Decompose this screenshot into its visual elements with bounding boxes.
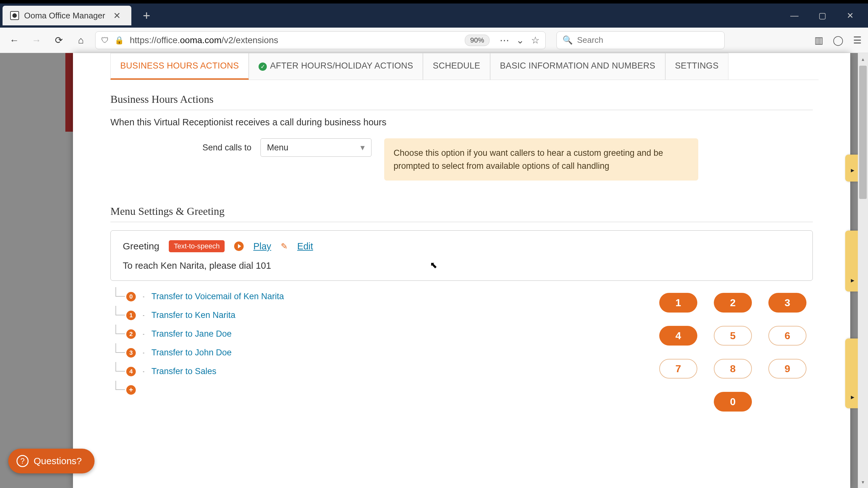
- key-badge: 0: [126, 292, 136, 301]
- send-calls-select[interactable]: Menu ▾: [260, 138, 372, 157]
- tree-label[interactable]: Transfer to Jane Doe: [151, 329, 231, 339]
- edit-link[interactable]: Edit: [297, 241, 313, 252]
- reload-button[interactable]: ⟳: [51, 32, 67, 48]
- chevron-left-icon: ◂: [848, 240, 857, 285]
- chevron-down-icon: ▾: [361, 143, 365, 153]
- play-icon[interactable]: [234, 241, 244, 251]
- tree-row[interactable]: 2 - Transfer to Jane Doe: [126, 325, 640, 343]
- greeting-card: Greeting Text-to-speech Play ✎ Edit To r…: [111, 231, 813, 281]
- pencil-icon[interactable]: ✎: [281, 241, 288, 251]
- key-badge: 3: [126, 348, 136, 358]
- tab-title: Ooma Office Manager: [24, 11, 105, 21]
- keypad-5[interactable]: 5: [714, 326, 752, 345]
- url-text: https://office.ooma.com/v2/extensions: [130, 35, 278, 45]
- tree-label[interactable]: Transfer to John Doe: [151, 348, 231, 358]
- forward-button: →: [29, 32, 44, 48]
- pocket-icon[interactable]: ⌄: [516, 35, 524, 46]
- add-menu-item-button[interactable]: +: [126, 385, 136, 395]
- play-link[interactable]: Play: [253, 241, 271, 252]
- vertical-scrollbar[interactable]: ▴ ▾: [858, 53, 868, 488]
- key-badge: 2: [126, 329, 136, 339]
- tree-row[interactable]: 1 - Transfer to Ken Narita: [126, 306, 640, 325]
- tree-row[interactable]: 0 - Transfer to Voicemail of Ken Narita: [126, 287, 640, 306]
- keypad: 1 2 3 4 5 6 7 8 9 0: [659, 287, 806, 411]
- questions-button[interactable]: ? Questions?: [8, 449, 95, 474]
- zoom-badge[interactable]: 90%: [465, 35, 490, 46]
- close-tab-icon[interactable]: ✕: [110, 8, 124, 23]
- keypad-6[interactable]: 6: [768, 326, 806, 345]
- keypad-0[interactable]: 0: [714, 392, 752, 411]
- greeting-label: Greeting: [123, 241, 159, 252]
- scroll-down-icon[interactable]: ▾: [858, 477, 868, 487]
- keypad-1[interactable]: 1: [659, 293, 697, 312]
- send-calls-value: Menu: [267, 143, 289, 153]
- browser-tab[interactable]: Ooma Office Manager ✕: [3, 6, 131, 25]
- tab-after-hours[interactable]: ✓AFTER HOURS/HOLIDAY ACTIONS: [249, 53, 423, 80]
- tree-row[interactable]: 3 - Transfer to John Doe: [126, 343, 640, 362]
- browser-nav-bar: ← → ⟳ ⌂ 🛡 🔒 https://office.ooma.com/v2/e…: [0, 28, 868, 53]
- tree-label[interactable]: Transfer to Ken Narita: [151, 310, 236, 320]
- tree-row[interactable]: 4 - Transfer to Sales: [126, 362, 640, 381]
- check-icon: ✓: [258, 62, 267, 71]
- chevron-left-icon: ◂: [848, 348, 857, 402]
- tab-business-hours[interactable]: BUSINESS HOURS ACTIONS: [111, 53, 249, 80]
- window-minimize-icon[interactable]: —: [787, 8, 802, 23]
- search-bar[interactable]: 🔍: [556, 31, 724, 49]
- send-calls-label: Send calls to: [203, 143, 252, 153]
- chevron-left-icon: ◂: [848, 164, 857, 175]
- address-bar[interactable]: 🛡 🔒 https://office.ooma.com/v2/extension…: [95, 31, 546, 49]
- keypad-2[interactable]: 2: [714, 293, 752, 312]
- search-icon: 🔍: [562, 35, 572, 45]
- section-subtitle: When this Virtual Receptionist receives …: [111, 110, 813, 130]
- key-badge: 4: [126, 367, 136, 376]
- keypad-8[interactable]: 8: [714, 359, 752, 378]
- search-input[interactable]: [577, 35, 719, 45]
- shield-icon[interactable]: 🛡: [101, 36, 109, 45]
- new-tab-button[interactable]: +: [138, 6, 155, 25]
- virtual-receptionist-tabs: BUSINESS HOURS ACTIONS ✓AFTER HOURS/HOLI…: [111, 53, 818, 80]
- keypad-3[interactable]: 3: [768, 293, 806, 312]
- library-icon[interactable]: ▥: [814, 35, 823, 46]
- section-title: Business Hours Actions: [111, 88, 813, 110]
- bookmark-icon[interactable]: ☆: [531, 35, 540, 46]
- browser-tab-bar: Ooma Office Manager ✕ + — ▢ ✕: [0, 3, 868, 28]
- tree-label[interactable]: Transfer to Sales: [151, 366, 216, 376]
- window-maximize-icon[interactable]: ▢: [815, 8, 830, 23]
- tab-favicon-icon: [10, 11, 19, 20]
- back-button[interactable]: ←: [6, 32, 22, 48]
- menu-tree: 0 - Transfer to Voicemail of Ken Narita …: [111, 287, 640, 411]
- account-icon[interactable]: ◯: [833, 35, 844, 46]
- window-close-icon[interactable]: ✕: [843, 8, 858, 23]
- home-button[interactable]: ⌂: [73, 32, 89, 48]
- tab-settings[interactable]: SETTINGS: [665, 53, 728, 80]
- tab-basic-info[interactable]: BASIC INFORMATION AND NUMBERS: [490, 53, 665, 80]
- page-content: BUSINESS HOURS ACTIONS ✓AFTER HOURS/HOLI…: [73, 53, 850, 488]
- keypad-4[interactable]: 4: [659, 326, 697, 345]
- key-badge: 1: [126, 311, 136, 320]
- page-actions-icon[interactable]: ⋯: [500, 35, 509, 46]
- menu-section-title: Menu Settings & Greeting: [111, 200, 813, 222]
- greeting-text: To reach Ken Narita, please dial 101: [123, 261, 800, 271]
- menu-icon[interactable]: ☰: [853, 35, 862, 46]
- tree-label[interactable]: Transfer to Voicemail of Ken Narita: [151, 292, 284, 301]
- question-icon: ?: [17, 455, 29, 467]
- keypad-7[interactable]: 7: [659, 359, 697, 378]
- scroll-up-icon[interactable]: ▴: [858, 54, 868, 64]
- tts-badge: Text-to-speech: [169, 240, 225, 252]
- keypad-9[interactable]: 9: [768, 359, 806, 378]
- scroll-thumb[interactable]: [859, 66, 867, 199]
- lock-icon[interactable]: 🔒: [115, 36, 124, 45]
- tab-schedule[interactable]: SCHEDULE: [423, 53, 490, 80]
- info-callout: Choose this option if you want callers t…: [384, 138, 698, 181]
